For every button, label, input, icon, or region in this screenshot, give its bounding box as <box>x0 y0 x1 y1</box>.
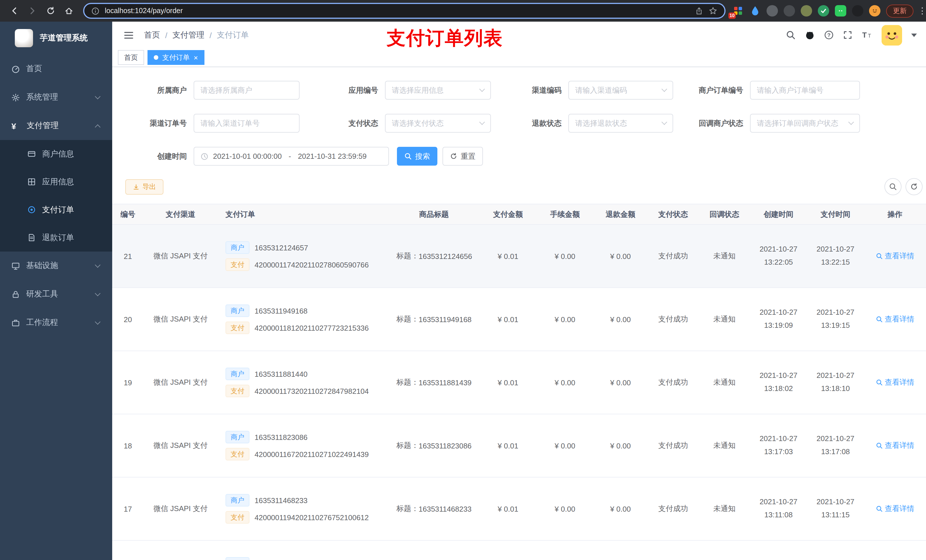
merchant-order-no-input[interactable] <box>750 81 860 100</box>
user-avatar[interactable] <box>882 25 902 45</box>
refresh-table-button[interactable] <box>905 178 923 195</box>
tags-view-bar: 首页 支付订单 × <box>112 48 926 67</box>
date-range-start[interactable]: 2021-10-01 00:00:00 <box>213 152 281 160</box>
tab-home-label: 首页 <box>124 53 138 62</box>
column-header-order: 支付订单 <box>218 204 388 224</box>
tab-pay-order[interactable]: 支付订单 × <box>147 50 204 65</box>
sidebar-item-workflow[interactable]: 工作流程 <box>0 308 112 337</box>
extension-emoji-icon[interactable] <box>869 5 881 17</box>
view-detail-link[interactable]: 查看详情 <box>876 251 914 261</box>
channel-pay-no: 4200001194202110276752100612 <box>254 513 369 522</box>
table-row[interactable]: 19 微信 JSAPI 支付 商户 1635311881440 支付 42000… <box>112 351 926 414</box>
github-icon[interactable] <box>805 30 815 40</box>
table-row[interactable]: 21 微信 JSAPI 支付 商户 1635312124657 支付 42000… <box>112 225 926 288</box>
view-detail-link[interactable]: 查看详情 <box>876 377 914 388</box>
sidebar-item-dev-tools[interactable]: 研发工具 <box>0 280 112 308</box>
avatar-dropdown-icon[interactable] <box>911 33 917 37</box>
browser-forward-button[interactable] <box>24 2 41 20</box>
breadcrumb-home[interactable]: 首页 <box>144 30 160 40</box>
sidebar-item-infrastructure[interactable]: 基础设施 <box>0 252 112 280</box>
channel-pay-no: 4200001167202110271022491439 <box>254 450 369 459</box>
orders-table: 编号 支付渠道 支付订单 商品标题 支付金额 手续金额 退款金额 支付状态 回调… <box>112 204 926 560</box>
cell-pay-order: 商户 1635311823086 支付 42000011672021102710… <box>218 414 388 477</box>
search-icon <box>404 152 412 160</box>
callback-status-select[interactable]: 请选择订单回调商户状态 <box>750 114 860 133</box>
merchant-order-no: 1635312124657 <box>254 243 308 252</box>
browser-menu-icon[interactable]: ⋮ <box>918 6 926 16</box>
extension-olive-icon[interactable] <box>801 5 812 17</box>
view-detail-link[interactable]: 查看详情 <box>876 314 914 325</box>
breadcrumb-section[interactable]: 支付管理 <box>172 30 204 40</box>
channel-order-no-input[interactable] <box>194 114 300 133</box>
site-info-icon[interactable] <box>91 6 100 15</box>
logo-image <box>15 29 33 47</box>
chevron-down-icon <box>479 119 485 125</box>
sidebar-item-app-info[interactable]: 应用信息 <box>0 168 112 196</box>
fullscreen-icon[interactable] <box>843 30 853 40</box>
app-logo[interactable]: 芋道管理系统 <box>0 22 112 54</box>
column-header-title: 商品标题 <box>388 204 480 224</box>
table-row[interactable]: 20 微信 JSAPI 支付 商户 1635311949168 支付 42000… <box>112 288 926 351</box>
page-title-annotation: 支付订单列表 <box>387 26 503 51</box>
reset-button[interactable]: 重置 <box>442 147 483 166</box>
app-no-select[interactable]: 请选择应用信息 <box>385 81 491 100</box>
extension-pin-icon[interactable] <box>852 5 863 17</box>
view-detail-link[interactable]: 查看详情 <box>876 504 914 514</box>
toggle-search-button[interactable] <box>884 178 902 195</box>
extension-gray-icon[interactable] <box>767 5 778 17</box>
export-button[interactable]: 导出 <box>125 179 163 195</box>
sidebar: 芋道管理系统 首页 系统管理 ¥ 支付管理 商户信息 <box>0 22 112 560</box>
bookmark-star-icon[interactable] <box>708 6 717 15</box>
sidebar-item-home[interactable]: 首页 <box>0 54 112 83</box>
browser-home-button[interactable] <box>61 2 77 20</box>
close-tab-icon[interactable]: × <box>194 54 198 61</box>
cell-amount: ¥ 0.01 <box>480 477 536 540</box>
sidebar-label-infrastructure: 基础设施 <box>26 261 58 271</box>
extension-drop-icon[interactable] <box>749 5 761 17</box>
sidebar-toggle-icon[interactable] <box>121 27 136 42</box>
sidebar-item-pay-order[interactable]: 支付订单 <box>0 196 112 223</box>
merchant-tag: 商户 <box>225 368 250 380</box>
browser-back-button[interactable] <box>6 2 23 20</box>
date-range-end[interactable]: 2021-10-31 23:59:59 <box>298 152 366 160</box>
url-bar[interactable]: localhost:1024/pay/order <box>83 3 726 19</box>
sidebar-item-system[interactable]: 系统管理 <box>0 83 112 112</box>
url-text[interactable]: localhost:1024/pay/order <box>105 7 690 15</box>
pay-status-select[interactable]: 请选择支付状态 <box>385 114 491 133</box>
filter-label-channel-code: 渠道编码 <box>487 81 561 100</box>
help-icon[interactable]: ? <box>824 30 834 40</box>
sidebar-item-payment[interactable]: ¥ 支付管理 <box>0 112 112 140</box>
cell-create-time: 2021-10-2713:18:02 <box>750 351 807 414</box>
column-header-status: 支付状态 <box>648 204 699 224</box>
cell-create-time: 2021-10-2713:22:05 <box>750 225 807 287</box>
column-header-channel: 支付渠道 <box>144 204 218 224</box>
cell-fee: ¥ 0.00 <box>536 288 593 350</box>
font-size-icon[interactable]: TT <box>862 30 873 40</box>
table-row[interactable]: 17 微信 JSAPI 支付 商户 1635311468233 支付 42000… <box>112 477 926 540</box>
extension-chat-icon[interactable] <box>835 5 846 17</box>
column-header-create-time: 创建时间 <box>750 204 807 224</box>
search-icon[interactable] <box>786 30 796 40</box>
share-icon[interactable] <box>695 6 703 15</box>
create-time-range-picker[interactable]: 2021-10-01 00:00:00 - 2021-10-31 23:59:5… <box>194 147 389 166</box>
extension-dark-icon[interactable] <box>784 5 795 17</box>
merchant-order-no: 1635311468233 <box>254 496 307 504</box>
cell-refund: ¥ 0.00 <box>593 351 648 414</box>
extension-check-icon[interactable] <box>818 5 829 17</box>
sidebar-item-merchant-info[interactable]: 商户信息 <box>0 140 112 168</box>
table-row[interactable]: 18 微信 JSAPI 支付 商户 1635311823086 支付 42000… <box>112 414 926 477</box>
cell-action: 查看详情 <box>864 477 926 540</box>
chevron-down-icon <box>95 262 100 268</box>
view-detail-link[interactable]: 查看详情 <box>876 441 914 451</box>
browser-update-button[interactable]: 更新 <box>886 4 914 17</box>
record-icon <box>27 205 36 214</box>
extension-palette-icon[interactable]: 10 <box>732 5 744 17</box>
table-row[interactable]: 商户 163531185786 支付 标题： <box>112 540 926 560</box>
cell-action: 查看详情 <box>864 414 926 477</box>
tab-home[interactable]: 首页 <box>118 50 144 65</box>
merchant-input[interactable] <box>194 81 300 100</box>
search-button[interactable]: 搜索 <box>397 147 437 166</box>
sidebar-item-refund-order[interactable]: 退款订单 <box>0 223 112 252</box>
browser-reload-button[interactable] <box>42 2 59 20</box>
cell-title: 标题：1635311823086 <box>388 414 480 477</box>
